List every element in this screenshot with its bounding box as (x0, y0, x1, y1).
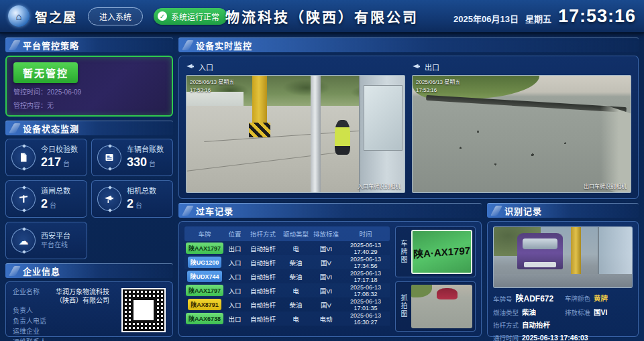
stat-label: 相机总数 (127, 187, 156, 196)
table-row[interactable]: 陕AAX1797 出口 自动抬杆 电 国VI 2025-06-13 17:40:… (184, 241, 390, 255)
section-live-monitor: 设备实时监控 (178, 38, 639, 52)
camera-icon (97, 187, 121, 211)
section-control-strategy: 平台管控策略 (5, 38, 173, 52)
system-status-badge: ✓ 系统运行正常 (154, 8, 227, 25)
stat-label: 今日校验数 (41, 145, 78, 155)
exit-camera-feed[interactable]: 2025/06/13 星期五 17:53:16 出口车牌识别相机 (412, 75, 631, 193)
cctv-icon (412, 62, 421, 72)
scene-striped-base (249, 123, 271, 138)
lift-mode-value: 自动抬杆 (522, 320, 550, 331)
section-enterprise-info: 企业信息 (5, 263, 173, 278)
camera-label: 入口 (199, 62, 213, 72)
snapshot-image (411, 285, 472, 329)
table-header: 车牌 位置 抬杆方式 驱动类型 排放标准 时间 (184, 226, 390, 241)
qr-code (121, 288, 166, 332)
camera-caption: 出口车牌识别相机 (584, 182, 627, 190)
platform-label: 西安平台 (41, 232, 70, 241)
scene-worker (335, 120, 350, 155)
enterprise-field-label: 负责人电话 (13, 318, 56, 326)
plate-color-label: 车牌颜色 (565, 293, 590, 303)
enterprise-name-value: 华润万象物流科技（陕西）有限公司 (56, 288, 116, 305)
stat-card-xian-platform: ☁ 西安平台 平台在线 (5, 222, 87, 259)
page-title: 物流科技（陕西）有限公司 (225, 6, 419, 26)
date-label: 2025年06月13日 (453, 12, 519, 25)
enterprise-name-label: 企业名称 (13, 288, 56, 305)
camera-timestamp-overlay: 2025/06/13 星期五 17:53:16 (190, 78, 234, 94)
stat-unit: 台 (136, 202, 142, 209)
enterprise-field-label: 负责人 (13, 307, 56, 316)
snapshot-label: 抓拍图 (398, 294, 409, 318)
camera-timestamp-overlay: 2025/06/13 星期五 17:53:16 (416, 78, 460, 94)
snapshot-image-box[interactable]: 抓拍图 (395, 281, 476, 332)
stat-value: 217 (41, 155, 61, 169)
check-icon: ✓ (158, 11, 167, 21)
logo: ⌂ 智之屋 (8, 5, 77, 27)
stat-unit: 台 (149, 160, 156, 167)
top-header: ⌂ 智之屋 进入系统 ✓ 系统运行正常 物流科技（陕西）有限公司 2025年06… (0, 0, 644, 33)
section-pass-records: 过车记录 (178, 203, 482, 218)
pass-records-card: 车牌 位置 抬杆方式 驱动类型 排放标准 时间 陕AAX1797 出口 自动抬杆 (178, 221, 482, 337)
stat-value: 2 (127, 197, 133, 210)
main-content: 设备实时监控 入口 (178, 38, 639, 337)
left-sidebar: 平台管控策略 暂无管控 管控时间：2025-06-09 管控内容：无 设备状态监… (5, 38, 173, 337)
table-row[interactable]: 陕AAX1797 入口 自动抬杆 电 国VI 2025-06-13 17:08:… (184, 283, 390, 297)
pass-time-value: 2025-06-13 17:46:03 (522, 332, 588, 341)
section-recognition: 识别记录 (487, 203, 639, 218)
recognition-card: 车牌号 陕ADF672 车牌颜色 黄牌 燃油类型 柴油 (487, 221, 639, 337)
plate-image-box[interactable]: 车牌图 陕A·AX1797 (395, 226, 476, 277)
stat-label: 道闸总数 (41, 187, 70, 196)
control-content: 管控内容：无 (13, 100, 165, 110)
fuel-type-label: 燃油类型 (493, 308, 519, 318)
enter-system-button[interactable]: 进入系统 (88, 7, 143, 25)
camera-label: 出口 (425, 62, 439, 72)
stat-label: 车辆台账数 (127, 145, 164, 155)
enterprise-card: 企业名称 华润万象物流科技（陕西）有限公司 负责人 负责人电话 运维企业 运维联… (5, 281, 173, 337)
scene-kiosk (359, 76, 405, 192)
camera-entrance: 入口 2025/06/13 星期五 17:53:16 入口车牌识别相机 (186, 62, 405, 193)
camera-exit: 出口 2025/06/13 星期五 17:53:16 出口车牌识别相机 (412, 62, 631, 193)
platform-status: 平台在线 (41, 241, 70, 250)
entrance-camera-feed[interactable]: 2025/06/13 星期五 17:53:16 入口车牌识别相机 (186, 75, 405, 193)
control-time: 管控时间：2025-06-09 (13, 86, 165, 96)
pass-records-table: 车牌 位置 抬杆方式 驱动类型 排放标准 时间 陕AAX1797 出口 自动抬杆 (184, 226, 390, 332)
plate-number-label: 车牌号 (493, 294, 513, 304)
plate-badge: 陕AAX1797 (186, 243, 223, 254)
section-device-status: 设备状态监测 (5, 121, 173, 135)
weekday-label: 星期五 (525, 12, 551, 25)
enterprise-field-label: 运维企业 (13, 328, 56, 336)
dashboard: ⌂ 智之屋 进入系统 ✓ 系统运行正常 物流科技（陕西）有限公司 2025年06… (0, 0, 644, 341)
stat-value: 330 (127, 155, 147, 169)
no-control-badge: 暂无管控 (13, 62, 78, 83)
photo-road (494, 274, 632, 287)
stat-unit: 台 (50, 202, 56, 209)
photo-glass-booth (598, 227, 633, 280)
logo-text: 智之屋 (35, 7, 77, 25)
fuel-type-value: 柴油 (522, 307, 536, 318)
plate-number-value: 陕ADF672 (516, 293, 554, 305)
ledger-icon (97, 145, 121, 169)
table-row[interactable]: 陕AX8791 入口 自动抬杆 柴油 国V 2025-06-13 17:01:3… (184, 297, 390, 312)
control-strategy-card: 暂无管控 管控时间：2025-06-09 管控内容：无 (5, 56, 173, 117)
table-row[interactable]: 陕UG1200 入口 自动抬杆 柴油 国V 2025-06-13 17:34:5… (184, 255, 390, 269)
plate-badge: 陕AAX6738 (186, 313, 223, 324)
photo-purple-truck (517, 233, 563, 269)
enterprise-field-label: 运维联系人 (13, 338, 56, 341)
document-icon (11, 145, 36, 169)
table-row[interactable]: 陕UDX744 入口 自动抬杆 柴油 国VI 2025-06-13 17:17:… (184, 269, 390, 283)
table-row[interactable]: 陕AAX6738 出口 自动抬杆 电 电动 2025-06-13 16:30:2… (184, 312, 390, 326)
stat-card-camera-total: 相机总数 2台 (91, 180, 173, 218)
plate-image-label: 车牌图 (398, 240, 409, 264)
logo-house-icon: ⌂ (8, 5, 30, 27)
barrier-icon (11, 187, 36, 211)
live-monitor-card: 入口 2025/06/13 星期五 17:53:16 入口车牌识别相机 (178, 56, 639, 199)
pass-records-panel: 过车记录 车牌 位置 抬杆方式 驱动类型 排放标准 时间 (178, 203, 482, 337)
cloud-icon: ☁ (11, 228, 36, 253)
system-status-label: 系统运行正常 (171, 11, 219, 22)
emission-standard-label: 排放标准 (565, 308, 590, 318)
scene-metal-pole (311, 76, 321, 192)
plate-badge: 陕UG1200 (188, 257, 222, 268)
plate-badge: 陕UDX744 (187, 271, 221, 282)
recognition-panel: 识别记录 车牌号 陕ADF672 (487, 203, 639, 337)
plate-color-value: 黄牌 (594, 293, 608, 304)
recognition-photo[interactable] (493, 226, 633, 288)
